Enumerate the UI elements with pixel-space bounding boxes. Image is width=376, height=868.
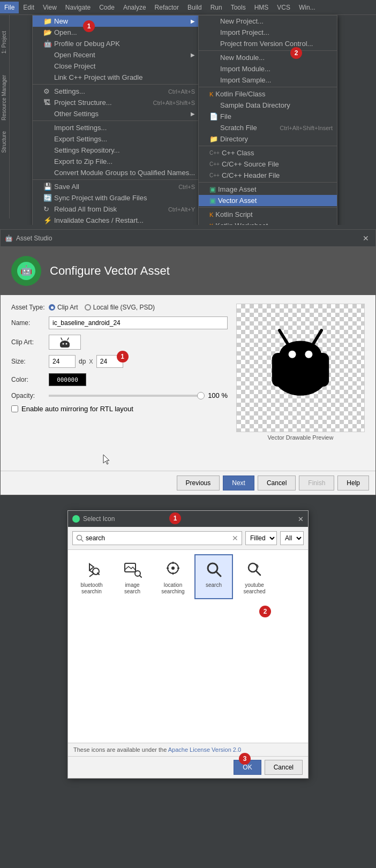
sidebar-structure[interactable]: Structure — [0, 126, 8, 158]
filled-filter[interactable]: Filled — [245, 531, 277, 545]
select-icon-buttons: OK Cancel — [68, 756, 308, 778]
menu-item-settings-repo[interactable]: Settings Repository... — [33, 145, 199, 156]
menu-item-project-structure[interactable]: 🏗 Project Structure... Ctrl+Alt+Shift+S — [33, 97, 199, 108]
submenu-kotlin-script[interactable]: KKotlin Script — [199, 209, 337, 220]
ks-icon: K — [209, 212, 213, 218]
asset-type-radios: Clip Art Local file (SVG, PSD) — [49, 304, 155, 311]
menu-item-reload[interactable]: ↻ Reload All from Disk Ctrl+Alt+Y — [33, 203, 199, 215]
help-button[interactable]: Help — [337, 475, 369, 490]
settings-icon: ⚙ — [43, 87, 52, 95]
opacity-thumb[interactable] — [197, 392, 205, 399]
menu-item-open[interactable]: 📂 Open... — [33, 27, 199, 38]
name-input[interactable] — [49, 316, 228, 329]
submenu-scratch[interactable]: Scratch FileCtrl+Alt+Shift+Insert — [199, 122, 337, 133]
asset-studio-title: Asset Studio — [16, 235, 360, 242]
icon-cell-location-search[interactable]: location searching — [154, 554, 192, 599]
menu-bar-view[interactable]: View — [39, 2, 61, 13]
asset-studio-dialog: 🤖 Asset Studio ✕ 🤖 Configure Vector Asse… — [0, 229, 376, 495]
submenu-import-sample[interactable]: Import Sample... — [199, 74, 337, 86]
submenu-sample-data[interactable]: Sample Data Directory — [199, 100, 337, 111]
finish-button[interactable]: Finish — [299, 475, 334, 490]
next-button[interactable]: Next — [223, 475, 254, 490]
menu-item-export-zip[interactable]: Export to Zip File... — [33, 156, 199, 167]
menu-section: File Edit View Navigate Code Analyze Ref… — [0, 0, 376, 225]
menu-bar-build[interactable]: Build — [183, 2, 206, 13]
submenu-import-project[interactable]: Import Project... — [199, 27, 337, 38]
menu-item-close[interactable]: Close Project — [33, 61, 199, 72]
svg-line-21 — [140, 576, 141, 577]
ok-button[interactable]: OK — [234, 760, 261, 775]
menu-item-recent[interactable]: Open Recent ▶ — [33, 49, 199, 61]
menu-item-invalidate[interactable]: ⚡ Invalidate Caches / Restart... — [33, 215, 199, 225]
cancel-button[interactable]: Cancel — [258, 475, 296, 490]
menu-bar-code[interactable]: Code — [95, 2, 119, 13]
icon-cell-image-search[interactable]: image search — [113, 554, 152, 599]
menu-bar-vcs[interactable]: VCS — [273, 2, 295, 13]
menu-bar-navigate[interactable]: Navigate — [61, 2, 95, 13]
clip-art-button[interactable] — [49, 335, 81, 350]
submenu-kotlin-worksheet[interactable]: KKotlin Worksheet — [199, 220, 337, 225]
menu-item-save-all[interactable]: 💾 Save All Ctrl+S — [33, 181, 199, 192]
cancel-dialog-button[interactable]: Cancel — [265, 760, 303, 775]
menu-bar-win[interactable]: Win... — [295, 2, 320, 13]
icon-cell-youtube-search[interactable]: youtube searched — [235, 554, 274, 599]
submenu-file[interactable]: 📄File — [199, 111, 337, 122]
submenu-new-project[interactable]: New Project... — [199, 16, 337, 27]
submenu-cpp-header[interactable]: C++C/C++ Header File — [199, 170, 337, 181]
size-width-input[interactable] — [49, 355, 76, 368]
icon-cell-search[interactable]: search — [194, 554, 233, 599]
menu-item-other-settings[interactable]: Other Settings ▶ — [33, 108, 199, 119]
menu-item-sync-gradle[interactable]: 🔄 Sync Project with Gradle Files — [33, 192, 199, 203]
previous-button[interactable]: Previous — [177, 475, 220, 490]
opacity-row: Opacity: 100 % — [11, 391, 228, 399]
arrow-icon: ▶ — [191, 18, 195, 24]
sidebar-resource[interactable]: Resource Manager — [0, 70, 8, 126]
size-height-input[interactable] — [96, 355, 123, 368]
separator — [33, 120, 199, 121]
submenu-import-module[interactable]: Import Module... — [199, 63, 337, 74]
opacity-value: 100 % — [208, 391, 228, 399]
search-label: search — [206, 582, 222, 588]
separator — [199, 182, 337, 183]
location-search-label: location searching — [157, 582, 189, 595]
submenu-project-vcs[interactable]: Project from Version Control... — [199, 38, 337, 49]
opacity-slider[interactable] — [49, 395, 204, 397]
search-input[interactable] — [86, 534, 230, 542]
search-box[interactable]: ✕ — [72, 531, 242, 545]
submenu-vector-asset[interactable]: ▣ Vector Asset — [199, 195, 337, 206]
menu-item-settings[interactable]: ⚙ Settings... Ctrl+Alt+S — [33, 86, 199, 97]
submenu-directory[interactable]: 📁Directory — [199, 133, 337, 145]
menu-item-new[interactable]: 📁 New ▶ — [33, 16, 199, 27]
menu-bar-run[interactable]: Run — [206, 2, 227, 13]
submenu-kotlin-class[interactable]: KKotlin File/Class — [199, 88, 337, 100]
local-file-radio[interactable]: Local file (SVG, PSD) — [85, 304, 155, 311]
menu-bar-file[interactable]: File — [0, 2, 19, 13]
icon-cell-bluetooth-search[interactable]: bluetooth searchin — [72, 554, 111, 599]
menu-bar-edit[interactable]: Edit — [19, 2, 39, 13]
select-icon-close[interactable]: ✕ — [298, 515, 304, 523]
color-swatch[interactable]: 000000 — [49, 373, 86, 386]
search-clear-icon[interactable]: ✕ — [232, 534, 238, 542]
menu-item-profile[interactable]: 🤖 Profile or Debug APK — [33, 38, 199, 49]
menu-bar-refactor[interactable]: Refactor — [151, 2, 183, 13]
menu-item-convert-module[interactable]: Convert Module Groups to Qualified Names… — [33, 167, 199, 178]
menu-item-link-cpp[interactable]: Link C++ Project with Gradle — [33, 72, 199, 83]
submenu-cpp-source[interactable]: C++C/C++ Source File — [199, 158, 337, 170]
menu-bar-hms[interactable]: HMS — [250, 2, 273, 13]
rtl-checkbox[interactable] — [11, 405, 18, 412]
submenu-new-module[interactable]: New Module... — [199, 52, 337, 63]
menu-bar-analyze[interactable]: Analyze — [119, 2, 151, 13]
submenu-image-asset[interactable]: ▣ Image Asset — [199, 184, 337, 195]
clip-art-radio[interactable]: Clip Art — [49, 304, 78, 311]
sidebar-project[interactable]: 1: Project — [0, 15, 8, 70]
license-link[interactable]: Apache License Version 2.0 — [168, 746, 241, 753]
menu-item-import-settings[interactable]: Import Settings... — [33, 122, 199, 133]
menu-bar-tools[interactable]: Tools — [227, 2, 250, 13]
menu-item-export-settings[interactable]: Export Settings... — [33, 133, 199, 145]
cpp-src-icon: C++ — [209, 161, 220, 167]
new-submenu: New Project... Import Project... Project… — [198, 15, 337, 225]
submenu-cpp-class[interactable]: C++C++ Class — [199, 147, 337, 158]
asset-studio-close[interactable]: ✕ — [360, 233, 371, 244]
asset-type-row: Asset Type: Clip Art Local file (SVG, PS… — [11, 304, 228, 311]
all-filter[interactable]: All — [280, 531, 304, 545]
